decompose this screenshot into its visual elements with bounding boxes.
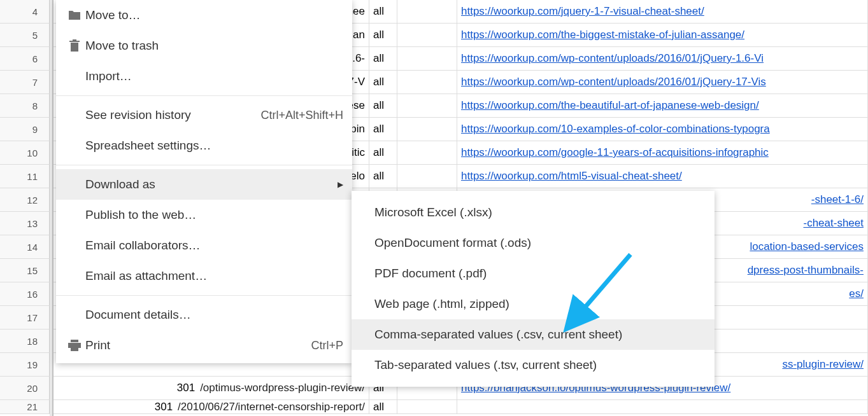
cell[interactable]	[457, 400, 868, 413]
row-header-column: 4 5 6 7 8 9 10 11 12 13 14 15 16 17 18 1…	[0, 0, 50, 414]
cell[interactable]: all	[369, 118, 397, 141]
cell-link[interactable]: https://woorkup.com/the-beautiful-art-of…	[461, 99, 759, 112]
row-header[interactable]: 17	[0, 306, 50, 329]
cell-link[interactable]: https://woorkup.com/10-examples-of-color…	[461, 123, 770, 135]
cell-link-partial[interactable]: ss-plugin-review/	[782, 358, 864, 371]
row-header[interactable]: 10	[0, 141, 50, 165]
cell[interactable]	[397, 118, 457, 141]
menu-label: Publish to the web…	[85, 208, 343, 222]
cell-link[interactable]: https://woorkup.com/wp-content/uploads/2…	[461, 52, 764, 65]
menu-label: Spreadsheet settings…	[85, 139, 343, 153]
cell[interactable]: all	[369, 24, 397, 46]
cell[interactable]	[397, 24, 457, 46]
menu-separator	[56, 95, 352, 96]
row-header[interactable]: 11	[0, 165, 50, 188]
menu-separator	[56, 165, 352, 165]
menu-shortcut: Ctrl+P	[311, 339, 343, 352]
row-header[interactable]: 18	[0, 329, 50, 353]
row-header[interactable]: 4	[0, 0, 50, 24]
menu-item-move-to-trash[interactable]: Move to trash	[56, 31, 352, 61]
print-icon	[65, 340, 84, 351]
row-header[interactable]: 16	[0, 282, 50, 306]
cell-link-partial[interactable]: -sheet-1-6/	[811, 193, 864, 206]
trash-icon	[65, 39, 84, 52]
menu-label: Document details…	[85, 308, 343, 322]
cell-link[interactable]: https://woorkup.com/jquery-1-7-visual-ch…	[461, 5, 704, 18]
cell-text: /optimus-wordpress-plugin-review/	[200, 382, 365, 394]
menu-label: Import…	[85, 69, 343, 83]
menu-item-publish-web[interactable]: Publish to the web…	[56, 200, 352, 230]
cell[interactable]: 301 /optimus-wordpress-plugin-review/	[53, 377, 369, 399]
submenu-item-tsv[interactable]: Tab-separated values (.tsv, current shee…	[352, 350, 715, 380]
submenu-item-html[interactable]: Web page (.html, zipped)	[352, 289, 715, 319]
menu-label: Move to trash	[85, 39, 343, 53]
cell[interactable]: all	[369, 400, 397, 413]
menu-label: Download as	[85, 177, 331, 191]
cell[interactable]: https://woorkup.com/wp-content/uploads/2…	[457, 47, 868, 70]
menu-item-import[interactable]: Import…	[56, 61, 352, 92]
menu-label: Print	[85, 338, 311, 352]
cell-text: 301	[155, 401, 173, 413]
cell[interactable]: https://woorkup.com/the-beautiful-art-of…	[457, 94, 868, 117]
cell[interactable]	[397, 71, 457, 94]
row-header[interactable]: 20	[0, 377, 50, 400]
submenu-item-pdf[interactable]: PDF document (.pdf)	[352, 258, 715, 289]
menu-item-document-details[interactable]: Document details…	[56, 300, 352, 330]
submenu-item-xlsx[interactable]: Microsoft Excel (.xlsx)	[352, 197, 715, 228]
row-header[interactable]: 15	[0, 259, 50, 282]
row-header[interactable]: 14	[0, 235, 50, 259]
cell[interactable]: https://woorkup.com/html5-visual-cheat-s…	[457, 165, 868, 188]
cell-link[interactable]: https://woorkup.com/wp-content/uploads/2…	[461, 76, 766, 88]
cell-link-partial[interactable]: dpress-post-thumbnails-	[748, 264, 864, 277]
menu-label: See revision history	[85, 108, 260, 122]
menu-shortcut: Ctrl+Alt+Shift+H	[260, 109, 343, 122]
row-header[interactable]: 6	[0, 47, 50, 71]
cell[interactable]: all	[369, 0, 397, 23]
cell-link[interactable]: https://woorkup.com/html5-visual-cheat-s…	[461, 170, 682, 183]
cell[interactable]	[397, 0, 457, 23]
cell-link[interactable]: https://woorkup.com/the-biggest-mistake-…	[461, 29, 744, 41]
row-header[interactable]: 19	[0, 353, 50, 377]
menu-item-revision-history[interactable]: See revision history Ctrl+Alt+Shift+H	[56, 100, 352, 130]
cell[interactable]: all	[369, 141, 397, 164]
menu-item-move-to[interactable]: Move to…	[56, 0, 352, 31]
cell[interactable]: all	[369, 47, 397, 70]
cell[interactable]	[397, 165, 457, 188]
cell[interactable]	[397, 47, 457, 70]
download-as-submenu: Microsoft Excel (.xlsx) OpenDocument for…	[352, 191, 715, 387]
row-header[interactable]: 13	[0, 212, 50, 235]
row-header[interactable]: 7	[0, 71, 50, 94]
row-header[interactable]: 8	[0, 94, 50, 118]
menu-separator	[56, 295, 352, 296]
cell-link-partial[interactable]: es/	[849, 288, 864, 300]
menu-item-spreadsheet-settings[interactable]: Spreadsheet settings…	[56, 130, 352, 161]
menu-label: Email as attachment…	[85, 269, 343, 283]
cell[interactable]: https://woorkup.com/jquery-1-7-visual-ch…	[457, 0, 868, 23]
cell-link[interactable]: https://woorkup.com/google-11-years-of-a…	[461, 146, 769, 159]
menu-item-email-attachment[interactable]: Email as attachment…	[56, 261, 352, 291]
menu-item-print[interactable]: Print Ctrl+P	[56, 330, 352, 361]
menu-item-download-as[interactable]: Download as ▶	[56, 169, 352, 200]
cell[interactable]	[397, 141, 457, 164]
cell[interactable]: all	[369, 165, 397, 188]
row-header[interactable]: 12	[0, 188, 50, 212]
row-header[interactable]: 9	[0, 118, 50, 141]
row-header[interactable]: 5	[0, 24, 50, 47]
cell[interactable]: https://woorkup.com/wp-content/uploads/2…	[457, 71, 868, 94]
cell[interactable]: https://woorkup.com/10-examples-of-color…	[457, 118, 868, 141]
cell-link-partial[interactable]: location-based-services	[750, 240, 864, 253]
cell-link-partial[interactable]: -cheat-sheet	[804, 217, 864, 230]
table-row[interactable]: 301 /2010/06/27/internet-censorship-repo…	[53, 400, 868, 414]
cell[interactable]	[397, 400, 457, 413]
submenu-item-csv[interactable]: Comma-separated values (.csv, current sh…	[352, 319, 715, 350]
cell[interactable]: https://woorkup.com/google-11-years-of-a…	[457, 141, 868, 164]
cell-text: /2010/06/27/internet-censorship-report/	[178, 401, 365, 413]
row-header[interactable]: 21	[0, 400, 50, 414]
menu-item-email-collaborators[interactable]: Email collaborators…	[56, 230, 352, 261]
cell[interactable]: 301 /2010/06/27/internet-censorship-repo…	[53, 400, 369, 413]
cell[interactable]	[397, 94, 457, 117]
cell[interactable]: https://woorkup.com/the-biggest-mistake-…	[457, 24, 868, 46]
cell[interactable]: all	[369, 71, 397, 94]
submenu-item-ods[interactable]: OpenDocument format (.ods)	[352, 228, 715, 258]
cell[interactable]: all	[369, 94, 397, 117]
